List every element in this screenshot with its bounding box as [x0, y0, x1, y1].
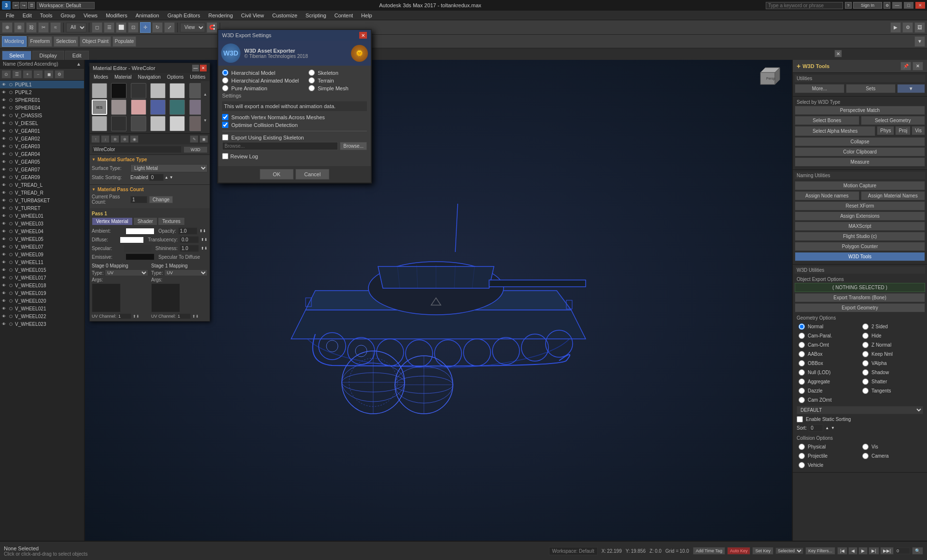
select-bones-btn[interactable]: Select Bones: [795, 116, 859, 125]
flight-studio-btn[interactable]: Flight Studio (c): [795, 232, 925, 241]
swatch-8[interactable]: [131, 99, 146, 115]
set-key-btn[interactable]: Set Key: [752, 547, 773, 555]
polygon-counter-btn[interactable]: Polygon Counter: [795, 242, 925, 251]
w3d-cancel-btn[interactable]: Cancel: [295, 169, 329, 180]
shader-tab[interactable]: Shader: [133, 217, 157, 225]
scene-item-v_tread_r[interactable]: 👁 ⬡ V_TREAD_R: [0, 189, 84, 196]
scene-item-v_wheel05[interactable]: 👁 ⬡ V_WHEEL05: [0, 235, 84, 243]
scene-item-v_wheel015[interactable]: 👁 ⬡ V_WHEEL015: [0, 266, 84, 274]
maximize-btn[interactable]: □: [904, 2, 913, 9]
tab-display[interactable]: Display: [32, 51, 64, 60]
assign-node-names-btn[interactable]: Assign Node names: [795, 191, 859, 200]
scene-item-v_wheel019[interactable]: 👁 ⬡ V_WHEEL019: [0, 289, 84, 297]
add-time-tag-btn[interactable]: Add Time Tag: [693, 547, 725, 555]
sort-input[interactable]: [809, 424, 823, 432]
select-btn[interactable]: ⊕: [2, 22, 13, 33]
me-put-to-scene[interactable]: ↓: [101, 135, 110, 143]
opacity-input[interactable]: [178, 227, 197, 235]
me-close-btn[interactable]: ✕: [200, 65, 207, 71]
lp-expand-btn[interactable]: +: [23, 70, 32, 79]
specular-swatch[interactable]: [124, 245, 152, 252]
play-btn[interactable]: ▶: [858, 547, 868, 555]
search-input[interactable]: [766, 2, 843, 9]
tab-modeling[interactable]: Modeling: [2, 36, 27, 47]
assign-extensions-btn[interactable]: Assign Extensions: [795, 211, 925, 221]
pure-animation-radio-input[interactable]: [222, 85, 228, 91]
material-editor-title-bar[interactable]: Material Editor - WireColor — ✕: [90, 63, 210, 73]
export-transform-btn[interactable]: Export Transform (Bone): [795, 293, 925, 302]
scene-item-v_diesel[interactable]: 👁 ⬡ V_DIESEL: [0, 119, 84, 127]
color-clipboard-btn[interactable]: Color Clipboard: [795, 147, 925, 156]
next-frame-btn[interactable]: ▶|: [869, 547, 879, 555]
scene-item-v_wheel017[interactable]: 👁 ⬡ V_WHEEL017: [0, 274, 84, 281]
two-sided-radio[interactable]: [862, 323, 869, 330]
me-reset[interactable]: ⊗: [111, 135, 119, 143]
sort-spinner-up[interactable]: ▲: [825, 426, 829, 430]
scene-item-v_gear02[interactable]: 👁 ⬡ V_GEAR02: [0, 135, 84, 142]
rp-pin-btn[interactable]: 📌: [900, 62, 911, 70]
menu-help[interactable]: Help: [357, 12, 376, 19]
sets-btn[interactable]: Sets: [846, 84, 896, 93]
stage0-type-select[interactable]: UV: [105, 269, 148, 276]
menu-rendering[interactable]: Rendering: [205, 12, 237, 19]
filter-dropdown[interactable]: All: [66, 23, 86, 32]
more-btn[interactable]: More...: [795, 84, 844, 93]
swatch-3[interactable]: [150, 83, 166, 98]
camera-radio[interactable]: [862, 453, 869, 459]
w3d-tools-btn[interactable]: W3D Tools: [795, 252, 925, 261]
bind-spacewarp-btn[interactable]: ≈: [50, 22, 61, 33]
minimize-btn[interactable]: —: [892, 2, 902, 9]
sign-in-btn[interactable]: Sign In: [853, 2, 882, 9]
unlink-btn[interactable]: ✂: [38, 22, 49, 33]
stage0-ch-spin[interactable]: ⬆⬇: [133, 314, 140, 319]
pass-count-input[interactable]: [130, 196, 147, 203]
swatch-13[interactable]: [111, 116, 126, 131]
me-menu-options[interactable]: Options: [164, 74, 186, 80]
tab-selection[interactable]: Selection: [54, 36, 78, 47]
shininess-input[interactable]: [180, 245, 199, 252]
export-geometry-btn[interactable]: Export Geometry: [795, 303, 925, 312]
scene-item-v_gear05[interactable]: 👁 ⬡ V_GEAR05: [0, 158, 84, 166]
shadow-radio[interactable]: [862, 369, 869, 376]
menu-edit[interactable]: Edit: [19, 12, 36, 19]
me-select-by-mat[interactable]: ◼: [199, 135, 208, 143]
zoom-time-btn[interactable]: 🔍: [912, 547, 923, 555]
go-start-btn[interactable]: |◀: [837, 547, 847, 555]
reference-dropdown[interactable]: View: [180, 23, 205, 32]
menu-graph-editors[interactable]: Graph Editors: [164, 12, 204, 19]
scale-btn[interactable]: ⤢: [164, 22, 175, 33]
select-by-name-btn[interactable]: ☰: [104, 22, 114, 33]
select-region-btn[interactable]: ⊞: [14, 22, 25, 33]
cam-zornt-radio[interactable]: [799, 397, 805, 403]
lp-collapse-btn[interactable]: −: [33, 70, 43, 79]
vertex-material-tab[interactable]: Vertex Material: [92, 217, 133, 225]
w3d-dialog-title-bar[interactable]: W3D Export Settings ✕: [218, 30, 371, 41]
scene-item-v_tread_l[interactable]: 👁 ⬡ V_TREAD_L: [0, 181, 84, 189]
workspace-selector[interactable]: Workspace: Default: [37, 2, 95, 9]
hierarchical-model-radio-input[interactable]: [222, 70, 228, 76]
menu-tools[interactable]: Tools: [36, 12, 56, 19]
me-minimize-btn[interactable]: —: [192, 65, 199, 71]
me-menu-material[interactable]: Material: [112, 74, 135, 80]
scene-item-v_wheel03[interactable]: 👁 ⬡ V_WHEEL03: [0, 220, 84, 227]
undo-btn[interactable]: ↪: [20, 2, 27, 9]
rp-close-btn[interactable]: ✕: [913, 62, 923, 70]
scene-item-v_wheel018[interactable]: 👁 ⬡ V_WHEEL018: [0, 281, 84, 289]
hide-radio[interactable]: [862, 333, 869, 339]
assign-material-names-btn[interactable]: Assign Material Names: [861, 191, 926, 200]
hierarchical-animated-radio-input[interactable]: [222, 77, 228, 84]
scene-item-v_wheel09[interactable]: 👁 ⬡ V_WHEEL09: [0, 251, 84, 258]
ss-spin-up[interactable]: ▲: [165, 175, 169, 180]
swatch-6-selected[interactable]: IES: [92, 99, 107, 115]
swatch-4[interactable]: [169, 83, 185, 98]
swatch-15[interactable]: [150, 116, 166, 131]
scene-item-sphere01[interactable]: 👁 ⬡ SPHERE01: [0, 96, 84, 104]
swatch-10[interactable]: [169, 99, 185, 115]
export-skeleton-checkbox[interactable]: [222, 134, 228, 140]
swatch-9[interactable]: [150, 99, 166, 115]
dazzle-radio[interactable]: [799, 388, 805, 394]
keep-nml-radio[interactable]: [862, 351, 869, 357]
lp-settings-btn[interactable]: ⚙: [55, 70, 64, 79]
w3d-ok-btn[interactable]: OK: [260, 169, 294, 180]
swatch-7[interactable]: [111, 99, 126, 115]
